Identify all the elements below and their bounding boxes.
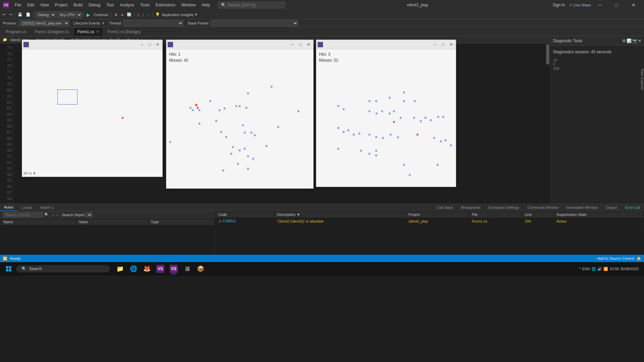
stop-button[interactable]: ■ xyxy=(120,12,125,17)
errors-table-body: ⚠ CS0612 'Client2.Client2()' is obsolete… xyxy=(216,218,643,224)
float-win-1-close[interactable]: ✕ xyxy=(154,41,161,48)
new-button[interactable]: 📄 xyxy=(24,12,32,17)
tab-form1-designer-cs[interactable]: Form1.Designer.cs xyxy=(31,27,73,36)
menu-test[interactable]: Test xyxy=(104,1,116,9)
process-dropdown[interactable]: [10252] client2_play.exe xyxy=(18,20,69,26)
taskbar-file-explorer[interactable]: 📁 xyxy=(114,263,126,275)
app-insights-button[interactable]: 💡 xyxy=(154,12,161,17)
thread-dropdown[interactable] xyxy=(123,20,183,26)
title-search-box[interactable]: 🔍 Search (Ctrl+Q) xyxy=(218,2,285,8)
taskbar-vs-icon[interactable]: VS xyxy=(154,263,166,275)
maximize-button[interactable]: □ xyxy=(609,0,625,10)
team-explorer-label[interactable]: Team Explorer xyxy=(639,67,644,91)
tab-form1-cs[interactable]: Form1.cs ✕ xyxy=(73,27,103,36)
menu-edit[interactable]: Edit xyxy=(24,1,37,9)
menu-build[interactable]: Build xyxy=(71,1,85,9)
taskbar-apps: 📁 🌐 🦊 VS VS 🖥 📦 xyxy=(114,263,207,275)
error-row-1[interactable]: ⚠ CS0612 'Client2.Client2()' is obsolete… xyxy=(216,218,643,224)
taskbar-app-6[interactable]: 🖥 xyxy=(181,263,193,275)
float-win-3[interactable]: ─ □ ✕ Hits: 3 Misses: 52 × × × × × × × × xyxy=(316,40,456,187)
call-stack-tab[interactable]: Call Stack xyxy=(432,204,457,211)
debug-mode-dropdown[interactable]: Debug xyxy=(35,11,56,18)
notifications-icon[interactable]: 🔔 xyxy=(637,256,641,261)
autos-search-input[interactable] xyxy=(3,212,43,218)
watch1-tab[interactable]: Watch 1 xyxy=(36,204,58,211)
editor-scrollbar[interactable] xyxy=(545,44,550,204)
cpu-dropdown[interactable]: Any CPU xyxy=(57,11,82,18)
diag-settings-icon[interactable]: ⚙ xyxy=(622,39,626,43)
command-window-tab[interactable]: Command Window xyxy=(523,204,562,211)
live-share-button[interactable]: ↗ Live Share xyxy=(569,3,591,7)
d-miss-42: × xyxy=(409,173,411,177)
toolbar-separator-1 xyxy=(15,12,15,17)
float-win-2-close[interactable]: ✕ xyxy=(305,41,312,48)
float-win-3-close[interactable]: ✕ xyxy=(448,41,454,48)
float-win-3-maximize[interactable]: □ xyxy=(440,41,446,48)
error-list-tab[interactable]: Error List xyxy=(621,204,644,211)
undo-button[interactable]: ↩ xyxy=(1,12,7,17)
scrollbar-thumb[interactable] xyxy=(546,44,549,64)
float-win-2-maximize[interactable]: □ xyxy=(297,41,304,48)
locals-tab[interactable]: Locals xyxy=(17,204,36,211)
diagnostic-title: Diagnostic Tools xyxy=(553,39,621,43)
float-win-2[interactable]: ─ □ ✕ Hits: 1 Misses: 42 × ✕ × × × × × × xyxy=(166,40,314,189)
tab-close-icon[interactable]: ✕ xyxy=(96,30,99,34)
step-out[interactable]: ↑ xyxy=(146,12,151,17)
close-button[interactable]: ✕ xyxy=(626,0,641,10)
minimize-button[interactable]: ─ xyxy=(592,0,608,10)
error-code: CS0612 xyxy=(223,219,236,223)
menu-project[interactable]: Project xyxy=(52,1,70,9)
sign-in-button[interactable]: Sign in xyxy=(550,3,568,7)
menu-view[interactable]: View xyxy=(38,1,52,9)
menu-debug[interactable]: Debug xyxy=(86,1,103,9)
exception-settings-tab[interactable]: Exception Settings xyxy=(485,204,523,211)
autos-tab[interactable]: Autos xyxy=(0,204,17,211)
menu-tools[interactable]: Tools xyxy=(138,1,152,9)
volume-icon[interactable]: 🔊 xyxy=(597,267,602,271)
continue-button[interactable]: ▶ xyxy=(85,11,92,18)
taskbar-browser-1[interactable]: 🌐 xyxy=(127,263,140,275)
taskbar-app-7[interactable]: 📦 xyxy=(195,263,207,275)
float-win-3-minimize[interactable]: ─ xyxy=(432,41,438,48)
language-indicator[interactable]: ENG xyxy=(582,267,590,271)
step-over[interactable]: ⤵ xyxy=(136,12,141,17)
output-tab[interactable]: Output xyxy=(602,204,621,211)
taskbar-search-text: Search xyxy=(29,266,42,271)
restart-button[interactable]: 🔄 xyxy=(125,12,133,17)
pause-button[interactable]: ⏸ xyxy=(113,12,119,17)
menu-file[interactable]: File xyxy=(12,1,24,9)
windows-start-button[interactable] xyxy=(3,263,15,275)
float-win-2-minimize[interactable]: ─ xyxy=(289,41,296,48)
error-line: 104 xyxy=(522,218,553,224)
tab-program-cs[interactable]: Program.cs xyxy=(1,27,31,36)
toolbar-separator-5 xyxy=(134,12,135,17)
stack-frame-dropdown[interactable] xyxy=(211,20,298,26)
miss-24: × xyxy=(230,152,232,156)
menu-help[interactable]: Help xyxy=(199,1,213,9)
float-win-1-maximize[interactable]: □ xyxy=(146,41,153,48)
nav-forward-icon[interactable]: → xyxy=(55,213,59,217)
diag-camera-icon[interactable]: 📷 xyxy=(632,39,637,43)
taskbar-vs-active[interactable]: VS xyxy=(168,263,180,275)
save-button[interactable]: 💾 xyxy=(16,12,24,17)
network-icon[interactable]: 📶 xyxy=(603,267,608,271)
immediate-window-tab[interactable]: Immediate Window xyxy=(562,204,602,211)
float-win-1[interactable]: ─ □ ✕ × 90 % ▼ xyxy=(22,40,163,177)
diag-chart-icon[interactable]: 📊 xyxy=(627,39,632,43)
tab-form1-cs-design[interactable]: Form1.cs [Design] xyxy=(103,27,145,36)
continue-label[interactable]: Continue xyxy=(92,12,110,17)
breakpoints-tab[interactable]: Breakpoints xyxy=(457,204,485,211)
taskbar-search-bar[interactable]: 🔍 Search xyxy=(16,265,110,273)
search-depth-select[interactable] xyxy=(85,212,93,218)
menu-window[interactable]: Window xyxy=(179,1,199,9)
step-into[interactable]: ↓ xyxy=(141,12,146,17)
float-win-1-minimize[interactable]: ─ xyxy=(138,41,145,48)
add-source-control[interactable]: ↑ Add to Source Control xyxy=(595,256,634,260)
nav-back-icon[interactable]: ← xyxy=(52,213,55,217)
menu-analyze[interactable]: Analyze xyxy=(117,1,137,9)
menu-extensions[interactable]: Extensions xyxy=(153,1,178,9)
taskbar-browser-2[interactable]: 🦊 xyxy=(141,263,153,275)
redo-button[interactable]: ↪ xyxy=(8,12,13,17)
diag-close-icon[interactable]: ✕ xyxy=(638,39,641,43)
d-miss-38: × xyxy=(375,148,377,153)
